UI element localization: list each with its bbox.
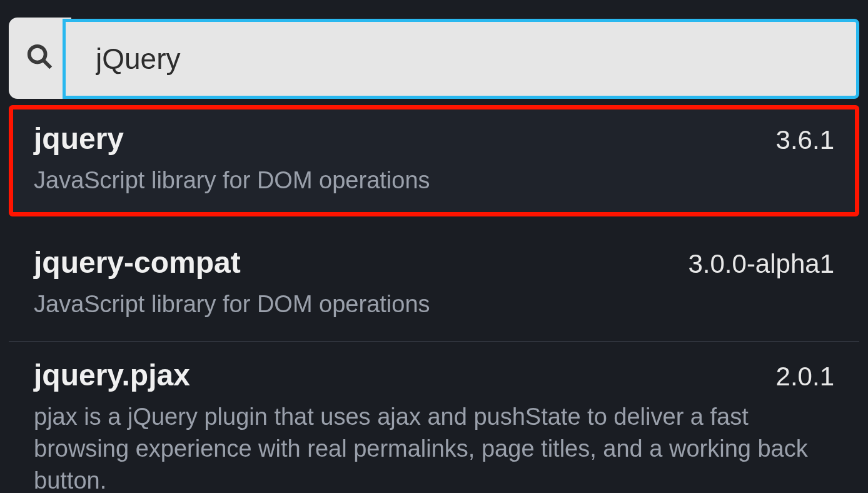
- result-item-jquery-pjax[interactable]: jquery.pjax 2.0.1 pjax is a jQuery plugi…: [9, 342, 859, 493]
- result-header: jquery 3.6.1: [34, 121, 834, 156]
- search-input-container: [63, 19, 859, 99]
- result-item-jquery-compat[interactable]: jquery-compat 3.0.0-alpha1 JavaScript li…: [9, 229, 859, 341]
- result-name: jquery: [34, 121, 124, 156]
- result-header: jquery-compat 3.0.0-alpha1: [34, 245, 834, 280]
- result-description: pjax is a jQuery plugin that uses ajax a…: [34, 401, 834, 493]
- result-description: JavaScript library for DOM operations: [34, 288, 834, 320]
- result-item-jquery[interactable]: jquery 3.6.1 JavaScript library for DOM …: [9, 105, 859, 216]
- svg-line-1: [44, 61, 51, 68]
- result-version: 2.0.1: [776, 362, 834, 392]
- result-name: jquery.pjax: [34, 358, 190, 392]
- result-version: 3.0.0-alpha1: [688, 249, 834, 279]
- search-icon-tab: [9, 18, 71, 99]
- svg-point-0: [29, 46, 46, 63]
- result-name: jquery-compat: [34, 245, 241, 280]
- search-input[interactable]: [66, 42, 856, 76]
- search-icon: [26, 43, 54, 74]
- result-header: jquery.pjax 2.0.1: [34, 358, 834, 392]
- result-version: 3.6.1: [776, 125, 834, 155]
- search-bar: [9, 19, 859, 99]
- search-dropdown: jquery 3.6.1 JavaScript library for DOM …: [0, 0, 868, 493]
- result-description: JavaScript library for DOM operations: [34, 165, 834, 196]
- results-list: jquery 3.6.1 JavaScript library for DOM …: [9, 105, 859, 493]
